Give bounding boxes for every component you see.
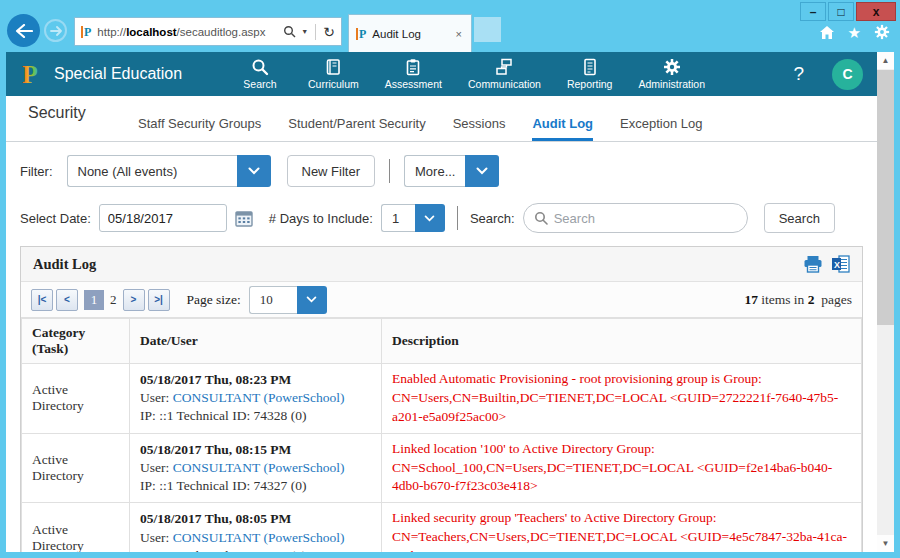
- favorites-star-icon[interactable]: ★: [848, 25, 861, 40]
- filter-label: Filter:: [20, 164, 53, 179]
- user-link[interactable]: CONSULTANT (PowerSchool): [173, 530, 345, 545]
- back-button[interactable]: [7, 14, 40, 47]
- nav-item-administration[interactable]: Administration: [638, 58, 705, 90]
- more-menu-button[interactable]: More...: [404, 155, 499, 187]
- nav-item-reporting[interactable]: Reporting: [567, 58, 613, 90]
- days-select[interactable]: 1: [381, 204, 445, 232]
- scrollbar-up-arrow[interactable]: ▲: [877, 52, 894, 69]
- scrollbar-down-arrow[interactable]: ▼: [877, 535, 894, 552]
- divider: [389, 159, 390, 183]
- search-icon: [251, 58, 269, 76]
- maximize-button[interactable]: □: [828, 2, 854, 21]
- pager-last-button[interactable]: >|: [148, 289, 170, 311]
- browser-tab-audit-log[interactable]: P Audit Log ×: [348, 14, 472, 52]
- vertical-scrollbar[interactable]: ▲ ▼: [877, 52, 894, 552]
- cell-tech-info: IP: ::1 Technical ID: 74326 (0): [140, 547, 371, 552]
- back-arrow-icon: [15, 24, 33, 38]
- pager-prev-button[interactable]: <: [56, 289, 78, 311]
- tab-exception-log[interactable]: Exception Log: [620, 116, 702, 141]
- cell-category: Active Directory: [22, 364, 130, 434]
- user-link[interactable]: CONSULTANT (PowerSchool): [173, 390, 345, 405]
- days-select-value: 1: [381, 204, 415, 232]
- refresh-icon[interactable]: ↻: [323, 24, 335, 40]
- app-title: Special Education: [54, 65, 182, 83]
- user-prefix: User:: [140, 390, 173, 405]
- new-filter-button[interactable]: New Filter: [287, 155, 376, 187]
- user-link[interactable]: CONSULTANT (PowerSchool): [173, 460, 345, 475]
- site-favicon: P: [81, 26, 91, 38]
- nav-items: Search Curriculum Assessment: [238, 58, 705, 90]
- browser-window: – □ x P http://localhost/secauditlog.asp…: [0, 0, 900, 558]
- new-tab-button[interactable]: [474, 17, 501, 42]
- tab-close-icon[interactable]: ×: [454, 28, 464, 40]
- forward-button[interactable]: [44, 19, 67, 42]
- tab-staff-security-groups[interactable]: Staff Security Groups: [138, 116, 261, 141]
- days-to-include-label: # Days to Include:: [269, 211, 373, 226]
- nav-item-curriculum[interactable]: Curriculum: [308, 58, 359, 90]
- close-button[interactable]: x: [856, 2, 896, 21]
- date-input[interactable]: [99, 204, 227, 232]
- chevron-down-icon[interactable]: [297, 286, 327, 314]
- svg-text:X: X: [834, 260, 840, 270]
- print-icon[interactable]: [803, 255, 823, 273]
- minimize-button[interactable]: –: [800, 2, 826, 21]
- page-size-value: 10: [249, 286, 297, 314]
- nav-item-search[interactable]: Search: [238, 58, 282, 90]
- panel-title: Audit Log: [33, 256, 96, 273]
- address-bar[interactable]: P http://localhost/secauditlog.aspx ▼ ↻: [74, 17, 342, 46]
- pager-row: |< < 1 2 > >| Page size: 10 17 items in …: [21, 282, 862, 318]
- cell-date: 05/18/2017 Thu, 08:15 PM: [140, 441, 371, 459]
- filter-select[interactable]: None (All events): [67, 155, 271, 187]
- settings-gear-icon[interactable]: [874, 24, 890, 40]
- user-prefix: User:: [140, 530, 173, 545]
- column-header-category[interactable]: Category (Task): [22, 319, 130, 364]
- calendar-icon[interactable]: [235, 210, 253, 227]
- pager-page-2[interactable]: 2: [110, 292, 117, 308]
- cell-description: Enabled Automatic Provisioning - root pr…: [382, 364, 862, 434]
- tab-sessions[interactable]: Sessions: [453, 116, 506, 141]
- help-button[interactable]: ?: [793, 63, 804, 85]
- pager-page-1[interactable]: 1: [84, 290, 104, 310]
- table-row: Active Directory 05/18/2017 Thu, 08:05 P…: [22, 503, 862, 552]
- pager-first-button[interactable]: |<: [31, 289, 53, 311]
- search-label: Search:: [470, 211, 515, 226]
- tab-title: Audit Log: [372, 28, 453, 40]
- search-field[interactable]: [523, 203, 748, 233]
- search-icon: [534, 211, 548, 225]
- address-url[interactable]: http://localhost/secauditlog.aspx: [97, 26, 283, 38]
- pager-next-button[interactable]: >: [123, 289, 145, 311]
- nav-item-assessment[interactable]: Assessment: [385, 58, 442, 90]
- audit-log-table: Category (Task) Date/User Description Ac…: [21, 318, 862, 552]
- address-dropdown-icon[interactable]: ▼: [301, 28, 308, 35]
- tab-favicon: P: [356, 28, 366, 40]
- tab-student-parent-security[interactable]: Student/Parent Security: [288, 116, 425, 141]
- select-date-label: Select Date:: [20, 211, 91, 226]
- page-size-select[interactable]: 10: [249, 286, 327, 314]
- user-avatar[interactable]: C: [832, 59, 863, 90]
- column-header-date-user[interactable]: Date/User: [130, 319, 382, 364]
- search-button[interactable]: Search: [764, 203, 835, 233]
- scrollbar-thumb[interactable]: [877, 70, 894, 325]
- page-viewport: P Special Education Search: [6, 52, 894, 552]
- report-document-icon: [581, 58, 599, 76]
- cell-date-user: 05/18/2017 Thu, 08:15 PM User: CONSULTAN…: [130, 433, 382, 503]
- svg-text:P: P: [22, 60, 38, 88]
- home-icon[interactable]: [819, 25, 835, 40]
- chevron-down-icon[interactable]: [465, 155, 499, 187]
- export-excel-icon[interactable]: X: [831, 255, 850, 273]
- date-search-row: Select Date: # Days to Include: 1 Search…: [6, 193, 877, 243]
- address-search-icon[interactable]: [283, 25, 296, 38]
- column-header-description[interactable]: Description: [382, 319, 862, 364]
- more-label: More...: [404, 155, 465, 187]
- nav-label: Curriculum: [308, 78, 359, 90]
- filter-row: Filter: None (All events) New Filter Mor…: [6, 142, 877, 193]
- cell-date: 05/18/2017 Thu, 08:05 PM: [140, 510, 371, 528]
- tab-audit-log[interactable]: Audit Log: [532, 116, 593, 141]
- nav-item-communication[interactable]: Communication: [468, 58, 541, 90]
- search-input[interactable]: [554, 211, 737, 226]
- nav-label: Communication: [468, 78, 541, 90]
- cell-category: Active Directory: [22, 503, 130, 552]
- chevron-down-icon[interactable]: [237, 155, 271, 187]
- chevron-down-icon[interactable]: [415, 204, 445, 232]
- gear-icon: [663, 58, 681, 76]
